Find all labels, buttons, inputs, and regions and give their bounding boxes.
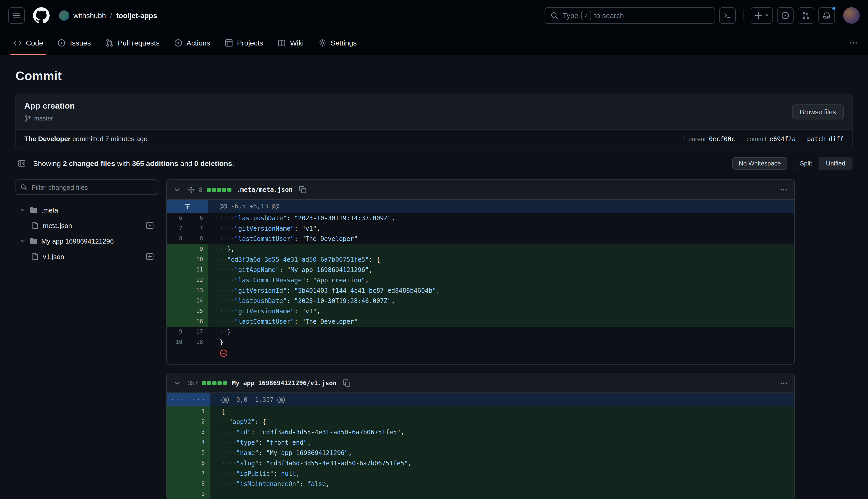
new-line-number[interactable]: 4 — [188, 437, 210, 448]
new-line-number[interactable]: 9 — [188, 244, 208, 254]
tab-issues[interactable]: Issues — [52, 31, 96, 55]
old-line-number[interactable] — [167, 479, 188, 489]
diffstat-square — [207, 381, 211, 385]
diff-line: 9··}, — [167, 244, 794, 254]
new-line-number[interactable]: 18 — [188, 337, 208, 348]
old-line-number[interactable]: 8 — [167, 234, 188, 244]
diff-line: 15····"gitVersionName": "v1", — [167, 306, 794, 316]
tab-projects[interactable]: Projects — [219, 31, 268, 55]
old-line-number[interactable] — [167, 448, 188, 458]
new-line-number[interactable]: 2 — [188, 417, 210, 427]
tab-code[interactable]: Code — [8, 31, 48, 55]
new-line-number[interactable]: 8 — [188, 234, 208, 244]
code-line: ····"isMaintenanceOn": false, — [210, 479, 794, 489]
copy-path-button[interactable] — [297, 183, 309, 196]
new-line-number[interactable]: 5 — [188, 448, 210, 458]
create-new-button[interactable] — [751, 7, 773, 24]
parent-sha-link[interactable]: 0ecf00c — [709, 135, 735, 143]
global-search-input[interactable]: Type / to search — [544, 7, 715, 24]
old-line-number[interactable] — [167, 468, 188, 479]
old-line-number[interactable]: 10 — [167, 337, 188, 348]
command-palette-button[interactable] — [719, 7, 736, 24]
new-line-number[interactable]: 7 — [188, 223, 208, 234]
new-line-number[interactable]: 1 — [188, 406, 210, 417]
new-line-number[interactable]: 13 — [188, 285, 208, 296]
diff-line: 11····"gitAppName": "My app 169869412129… — [167, 265, 794, 275]
inbox-button[interactable] — [818, 7, 835, 24]
expand-hunk-button[interactable] — [167, 199, 208, 213]
new-line-number[interactable]: 14 — [188, 296, 208, 306]
old-line-number[interactable] — [167, 437, 188, 448]
tab-pull-requests[interactable]: Pull requests — [100, 31, 165, 55]
unified-view-button[interactable]: Unified — [819, 157, 852, 170]
commit-header: App creation master Browse files — [16, 94, 852, 129]
old-line-number[interactable]: 9 — [167, 327, 188, 337]
global-issues-button[interactable] — [777, 7, 794, 24]
issue-opened-icon — [781, 11, 790, 20]
old-line-number[interactable] — [167, 427, 188, 437]
tree-file-v1-json[interactable]: v1.json — [15, 249, 158, 264]
old-line-number[interactable] — [167, 265, 188, 275]
tree-file-meta-json[interactable]: meta.json — [15, 218, 158, 233]
tab-settings[interactable]: Settings — [313, 31, 362, 55]
github-logo[interactable] — [33, 7, 50, 24]
tree-folder-my-app-1698694121296[interactable]: My app 1698694121296 — [15, 233, 158, 249]
user-avatar[interactable] — [843, 7, 860, 24]
global-pull-requests-button[interactable] — [798, 7, 814, 24]
new-line-number[interactable]: 3 — [188, 427, 210, 437]
old-line-number[interactable] — [167, 458, 188, 468]
breadcrumb-owner[interactable]: withshubh — [73, 11, 106, 20]
new-line-number[interactable]: 17 — [188, 327, 208, 337]
drag-handle-icon[interactable] — [188, 186, 195, 193]
old-line-number[interactable] — [167, 489, 188, 499]
diff-line: 10··"cd3f3a6d-3d55-4e31-ad50-6a7b06751fe… — [167, 254, 794, 265]
old-line-number[interactable] — [167, 285, 188, 296]
tab-label: Issues — [70, 39, 91, 47]
new-line-number[interactable]: 6 — [188, 213, 208, 223]
plus-icon — [754, 11, 763, 20]
collapse-file-button[interactable] — [171, 377, 184, 389]
code-line: ····"gitVersionName": "v1", — [208, 306, 794, 316]
file-options-button[interactable] — [778, 377, 790, 389]
file-filter-input[interactable] — [15, 180, 158, 195]
diff-link[interactable]: diff — [829, 135, 844, 143]
browse-files-button[interactable]: Browse files — [792, 104, 844, 119]
old-line-number[interactable]: 7 — [167, 223, 188, 234]
tree-folder-meta[interactable]: .meta — [15, 202, 158, 218]
old-line-number[interactable]: 6 — [167, 213, 188, 223]
whitespace-toggle-button[interactable]: No Whitespace — [732, 157, 788, 170]
old-line-number[interactable] — [167, 244, 188, 254]
hamburger-menu-button[interactable] — [8, 7, 25, 24]
new-line-number[interactable]: 11 — [188, 265, 208, 275]
collapse-file-button[interactable] — [171, 183, 184, 196]
commit-author-link[interactable]: The Developer — [24, 135, 71, 143]
new-line-number[interactable]: 12 — [188, 275, 208, 285]
old-line-number[interactable] — [167, 406, 188, 417]
old-line-number[interactable] — [167, 254, 188, 265]
old-line-number[interactable] — [167, 275, 188, 285]
table-icon — [225, 39, 233, 47]
tab-actions[interactable]: Actions — [169, 31, 215, 55]
old-line-number[interactable] — [167, 306, 188, 316]
old-line-number[interactable] — [167, 316, 188, 327]
new-line-number[interactable]: 8 — [188, 479, 210, 489]
new-line-number[interactable]: 10 — [188, 254, 208, 265]
kebab-icon — [850, 39, 858, 47]
tab-wiki[interactable]: Wiki — [273, 31, 309, 55]
copy-icon — [343, 379, 351, 387]
old-line-number[interactable] — [167, 417, 188, 427]
nav-overflow-button[interactable] — [847, 37, 860, 49]
file-options-button[interactable] — [778, 183, 790, 196]
new-line-number[interactable]: 7 — [188, 468, 210, 479]
patch-link[interactable]: patch — [807, 135, 826, 143]
split-view-button[interactable]: Split — [793, 157, 819, 170]
copy-path-button[interactable] — [341, 377, 353, 389]
new-line-number[interactable]: 15 — [188, 306, 208, 316]
new-line-number[interactable]: 9 — [188, 489, 210, 499]
file-tree-toggle-button[interactable] — [15, 157, 28, 170]
breadcrumb-repo[interactable]: tooljet-apps — [116, 11, 157, 20]
new-line-number[interactable]: 16 — [188, 316, 208, 327]
fold-up-icon — [184, 203, 191, 210]
new-line-number[interactable]: 6 — [188, 458, 210, 468]
old-line-number[interactable] — [167, 296, 188, 306]
